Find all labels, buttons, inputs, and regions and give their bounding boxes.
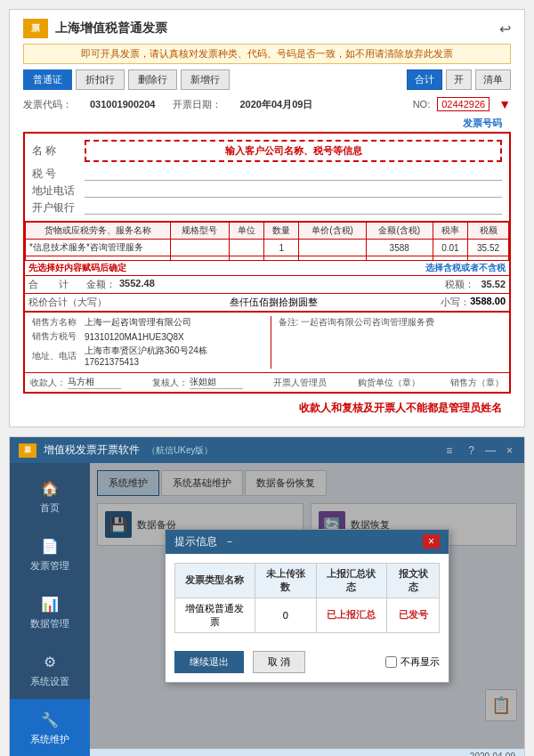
continue-btn[interactable]: 继续退出 xyxy=(174,651,244,673)
dialog-overlay: 提示信息 － × 发票类型名称 未上传张数 上报汇总状态 xyxy=(90,463,524,748)
buyer-tax-value[interactable] xyxy=(85,168,502,181)
toolbar: 普通证 折扣行 删除行 新增行 合计 开 清单 xyxy=(23,69,511,90)
seller-addr-label: 地址、电话 xyxy=(32,350,81,362)
sidebar-item-data[interactable]: 📊 数据管理 xyxy=(10,583,90,641)
kaipiao-item: 开票人管理员 xyxy=(273,376,327,389)
small-label: 小写： xyxy=(441,296,470,309)
dialog-title: 提示信息 xyxy=(174,534,217,549)
totals-row: 合 计 金额： 3552.48 税额： 35.52 xyxy=(25,275,509,294)
sidebar-item-invoice[interactable]: 📄 发票管理 xyxy=(10,525,90,583)
dialog-body: 发票类型名称 未上传张数 上报汇总状态 报文状态 增值税普通发票 0 xyxy=(166,554,449,651)
amount-value: 3552.48 xyxy=(119,278,155,291)
dialog-footer: 继续退出 取 消 不再显示 xyxy=(166,651,449,682)
dialog-count: 0 xyxy=(255,597,316,632)
fapiao-no-label: 发票号码 xyxy=(463,117,502,130)
seller-tax-row: 销售方税号 91310120MA1HUE3Q8X xyxy=(32,330,256,343)
sidebar-invoice-label: 发票管理 xyxy=(30,559,69,573)
dialog-close-btn[interactable]: × xyxy=(423,534,440,549)
amount-label: 金额： xyxy=(86,278,116,291)
software-subtitle: （航信UKey版） xyxy=(147,444,213,457)
tax-label: 税额： xyxy=(445,279,474,289)
sidebar-item-settings[interactable]: ⚙ 系统设置 xyxy=(10,641,90,699)
zhaxing-btn[interactable]: 折扣行 xyxy=(76,69,125,90)
header-icon: 票 xyxy=(23,19,48,38)
buyer-addr-value[interactable] xyxy=(85,185,502,198)
seller-left: 销售方名称 上海一起咨询管理有限公司 销售方税号 91310120MA1HUE3… xyxy=(32,316,256,369)
tax-total: 税额： 35.52 xyxy=(445,278,506,291)
settings-icon: ⚙ xyxy=(40,652,60,671)
software-window: 票 增值税发票开票软件 （航信UKey版） ≡ ? — × 🏠 首页 📄 发票管… xyxy=(9,436,525,756)
dialog-col-upload: 上报汇总状态 xyxy=(316,563,386,597)
dialog-header: 提示信息 － × xyxy=(166,530,449,554)
table-row: *信息技术服务*咨询管理服务 1 3588 0.01 35.52 xyxy=(26,240,509,256)
invoice-form: 票 上海增值税普通发票 ↩ 即可开具发票，请认真核对发票种类、代码、号码是否一致… xyxy=(9,9,525,427)
tax-calc-row: 税价合计（大写） 叁仟伍佰捌拾捌圆整 小写： 3588.00 xyxy=(25,294,509,312)
shoukuan-value: 马方相 xyxy=(68,376,121,389)
kai-btn[interactable]: 开 xyxy=(446,69,472,90)
close-btn[interactable]: × xyxy=(504,444,515,457)
seller-name-value: 上海一起咨询管理有限公司 xyxy=(85,316,191,329)
minimize-btn[interactable]: — xyxy=(482,444,498,457)
seller-block: 销售方名称 上海一起咨询管理有限公司 销售方税号 91310120MA1HUE3… xyxy=(25,312,509,372)
sidebar-home-label: 首页 xyxy=(40,501,60,515)
data-icon: 📊 xyxy=(40,594,60,614)
item-qty: 1 xyxy=(264,240,299,256)
shanchu-btn[interactable]: 删除行 xyxy=(128,69,177,90)
kaiDate-value: 2020年04月09日 xyxy=(239,98,312,111)
table-annot-row: 先选择好内容赋码后确定 选择含税或者不含税 xyxy=(25,261,509,275)
sidebar-data-label: 数据管理 xyxy=(30,617,69,630)
xinjian-btn[interactable]: 新增行 xyxy=(181,69,230,90)
software-title: 增值税发票开票软件 xyxy=(44,443,140,458)
help-btn[interactable]: ? xyxy=(465,444,477,457)
buyer-seal-label: 购货单位（章） xyxy=(358,377,420,389)
item-unit xyxy=(230,240,264,256)
dialog-col-doc: 报文状态 xyxy=(387,563,440,597)
buyer-bank-value[interactable] xyxy=(85,202,502,215)
memo-label: 备注: 一起咨询有限公司咨询管理服务费 xyxy=(279,317,435,327)
software-body: 🏠 首页 📄 发票管理 📊 数据管理 ⚙ 系统设置 🔧 系统维护 xyxy=(10,463,524,748)
buyer-tax-row: 税 号 xyxy=(32,167,502,182)
kaipiao-label: 开票人管理员 xyxy=(273,377,327,389)
notice-bar: 即可开具发票，请认真核对发票种类、代码、号码是否一致，如不用请清除放弃此发票 xyxy=(23,44,511,64)
qingdan-btn[interactable]: 清单 xyxy=(475,69,511,90)
menu-icon[interactable]: ≡ xyxy=(443,444,455,457)
select-content-annot: 先选择好内容赋码后确定 xyxy=(28,262,126,274)
cancel-btn[interactable]: 取 消 xyxy=(253,651,305,673)
sidebar-item-maintenance[interactable]: 🔧 系统维护 xyxy=(10,699,90,756)
fapiao-code-value: 031001900204 xyxy=(90,99,155,110)
buyer-name-label: 名 称 xyxy=(32,143,81,159)
buyer-block: 名 称 输入客户公司名称、税号等信息 税 号 地址电话 开户银行 xyxy=(25,134,509,222)
shoukuan-label: 收款人： xyxy=(30,377,66,389)
input-hint[interactable]: 输入客户公司名称、税号等信息 xyxy=(85,140,502,162)
putongzeng-btn[interactable]: 普通证 xyxy=(23,69,72,90)
big-label: 税价合计（大写） xyxy=(28,296,107,309)
buyer-addr-row: 地址电话 xyxy=(32,183,502,199)
seller-addr-value: 上海市奉贤区沪杭路360号24栋17621375413 xyxy=(85,345,256,367)
col-tax: 税额 xyxy=(468,223,509,240)
no-label: NO: xyxy=(413,99,431,110)
tax-value: 35.52 xyxy=(481,279,506,289)
meta-right: NO: 02442926 ▼ xyxy=(413,97,511,111)
items-table: 货物或应税劳务、服务名称 规格型号 单位 数量 单价(含税) 金额(含税) 税率… xyxy=(25,222,509,261)
no-show-input[interactable] xyxy=(385,656,397,668)
no-show-checkbox[interactable]: 不再显示 xyxy=(385,655,440,669)
table-row-empty xyxy=(26,256,509,261)
seller-memo: 备注: 一起咨询有限公司咨询管理服务费 xyxy=(271,316,503,369)
heji-btn[interactable]: 合计 xyxy=(407,69,442,90)
no-value: 02442926 xyxy=(437,97,490,111)
toolbar-right: 合计 开 清单 xyxy=(407,69,511,90)
invoice-title: 上海增值税普通发票 xyxy=(55,20,167,37)
item-tax: 35.52 xyxy=(468,240,509,256)
sidebar-maintenance-label: 系统维护 xyxy=(30,733,69,746)
invoice-box: 名 称 输入客户公司名称、税号等信息 税 号 地址电话 开户银行 xyxy=(23,132,511,394)
no-show-label: 不再显示 xyxy=(400,655,440,669)
sidebar-item-home[interactable]: 🏠 首页 xyxy=(10,467,90,525)
kaiDate-label: 开票日期： xyxy=(173,98,222,111)
col-qty: 数量 xyxy=(264,223,299,240)
back-button[interactable]: ↩ xyxy=(499,20,511,37)
item-unitprice xyxy=(299,240,366,256)
seller-addr-row: 地址、电话 上海市奉贤区沪杭路360号24栋17621375413 xyxy=(32,345,256,367)
invoice-header: 票 上海增值税普通发票 ↩ xyxy=(23,19,511,38)
item-amount: 3588 xyxy=(366,240,433,256)
small-value: 3588.00 xyxy=(470,296,506,309)
